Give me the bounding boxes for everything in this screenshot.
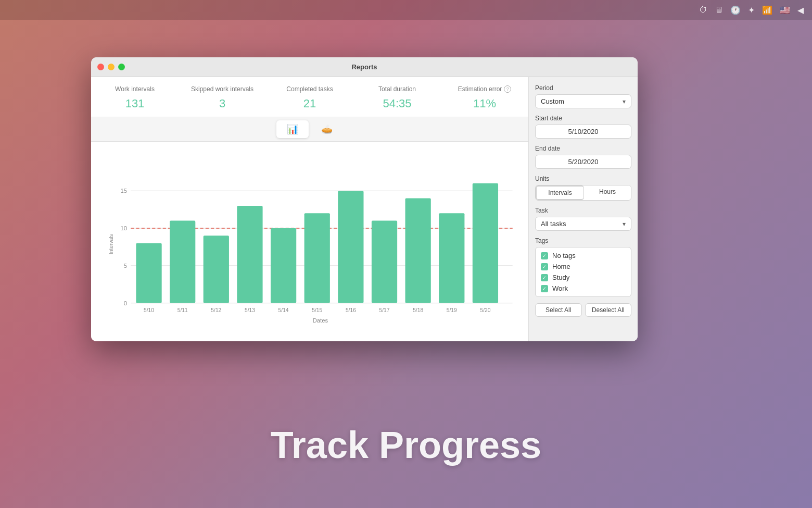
period-label: Period (535, 84, 631, 92)
svg-text:0: 0 (124, 300, 127, 306)
gear-icon[interactable]: ✦ (748, 5, 755, 15)
end-date-label: End date (535, 145, 631, 152)
stat-completed-value: 21 (303, 97, 316, 110)
stat-skipped-label: Skipped work intervals (191, 85, 253, 93)
window-title: Reports (351, 63, 377, 71)
svg-text:Intervals: Intervals (108, 234, 114, 254)
tags-label: Tags (535, 237, 631, 244)
tag-no-tags-checkbox[interactable]: ✓ (541, 252, 548, 259)
stat-error-label: Estimation error ? (458, 85, 512, 93)
svg-text:5/17: 5/17 (379, 307, 390, 313)
tab-bar-chart[interactable]: 📊 (276, 120, 309, 138)
bar-5-20 (473, 183, 498, 303)
tag-no-tags[interactable]: ✓ No tags (541, 252, 626, 259)
units-hours-btn[interactable]: Hours (584, 185, 631, 200)
traffic-lights (97, 64, 125, 70)
period-value: Custom (541, 97, 564, 105)
tag-no-tags-label: No tags (552, 252, 576, 259)
stat-skipped-value: 3 (219, 97, 225, 110)
tag-study-checkbox[interactable]: ✓ (541, 274, 548, 281)
bar-chart: Intervals 0 5 10 15 (107, 147, 518, 331)
tags-section: Tags ✓ No tags ✓ Home ✓ Study (535, 237, 631, 297)
pie-chart-icon: 🥧 (321, 123, 333, 135)
svg-text:Dates: Dates (313, 317, 328, 324)
flag-icon[interactable]: 🇺🇸 (780, 5, 790, 15)
stat-completed-tasks: Completed tasks 21 (266, 85, 353, 110)
svg-text:5/14: 5/14 (278, 307, 289, 313)
svg-text:5/18: 5/18 (413, 307, 423, 313)
info-icon[interactable]: ? (504, 85, 511, 93)
left-panel: Work intervals 131 Skipped work interval… (91, 77, 528, 341)
tag-work-checkbox[interactable]: ✓ (541, 285, 548, 292)
bar-5-16 (338, 191, 363, 303)
tag-work[interactable]: ✓ Work (541, 284, 626, 292)
task-label: Task (535, 207, 631, 214)
stats-row: Work intervals 131 Skipped work interval… (91, 77, 528, 117)
stat-work-intervals: Work intervals 131 (91, 85, 179, 110)
start-date-input[interactable]: 5/10/2020 (535, 125, 631, 139)
end-date-input[interactable]: 5/20/2020 (535, 155, 631, 169)
units-toggle: Intervals Hours (535, 185, 631, 201)
svg-text:5/13: 5/13 (245, 307, 255, 313)
start-date-label: Start date (535, 115, 631, 122)
period-dropdown-arrow: ▾ (623, 98, 626, 105)
chart-area: Intervals 0 5 10 15 (91, 142, 528, 341)
time-machine-icon[interactable]: ⏱ (699, 5, 707, 15)
close-button[interactable] (97, 64, 104, 70)
tag-home[interactable]: ✓ Home (541, 263, 626, 270)
svg-text:5/10: 5/10 (144, 307, 154, 313)
stat-completed-label: Completed tasks (286, 85, 333, 93)
tab-bar: 📊 🥧 (91, 117, 528, 142)
reports-window: Reports Work intervals 131 Skipped work … (91, 57, 638, 341)
content-area: Work intervals 131 Skipped work interval… (91, 77, 638, 341)
tag-home-label: Home (552, 263, 570, 270)
titlebar: Reports (91, 57, 638, 77)
clock-icon[interactable]: 🕐 (730, 5, 741, 15)
bar-chart-icon: 📊 (287, 123, 298, 135)
task-section: Task All tasks ▾ (535, 207, 631, 231)
bar-5-13 (237, 206, 262, 303)
task-select[interactable]: All tasks ▾ (535, 217, 631, 231)
tag-study[interactable]: ✓ Study (541, 274, 626, 281)
units-section: Units Intervals Hours (535, 175, 631, 201)
end-date-section: End date 5/20/2020 (535, 145, 631, 169)
period-select[interactable]: Custom ▾ (535, 94, 631, 108)
svg-text:5/16: 5/16 (346, 307, 356, 313)
bar-5-12 (204, 236, 229, 303)
svg-text:10: 10 (120, 225, 127, 231)
units-intervals-btn[interactable]: Intervals (536, 185, 584, 200)
svg-text:5/12: 5/12 (211, 307, 221, 313)
bar-5-11 (170, 221, 195, 303)
stat-duration-label: Total duration (378, 85, 416, 93)
stat-duration-value: 54:35 (383, 97, 411, 110)
task-dropdown-arrow: ▾ (623, 220, 626, 228)
menubar: ⏱ 🖥 🕐 ✦ 📶 🇺🇸 ◀ (0, 0, 812, 20)
volume-icon[interactable]: ◀ (797, 5, 804, 15)
airplay-icon[interactable]: 🖥 (715, 5, 723, 15)
right-panel: Period Custom ▾ Start date 5/10/2020 End… (528, 77, 638, 341)
bottom-text: Track Progress (0, 424, 812, 466)
stat-skipped-intervals: Skipped work intervals 3 (179, 85, 266, 110)
tab-pie-chart[interactable]: 🥧 (311, 120, 343, 138)
minimize-button[interactable] (108, 64, 115, 70)
bar-5-17 (372, 221, 397, 303)
stat-work-intervals-label: Work intervals (115, 85, 155, 93)
stat-total-duration: Total duration 54:35 (353, 85, 441, 110)
svg-text:5/19: 5/19 (447, 307, 457, 313)
wifi-icon[interactable]: 📶 (762, 5, 772, 15)
svg-text:5/15: 5/15 (312, 307, 322, 313)
bar-5-14 (271, 228, 296, 303)
deselect-all-button[interactable]: Deselect All (585, 303, 632, 317)
tag-home-checkbox[interactable]: ✓ (541, 263, 548, 270)
select-deselect-row: Select All Deselect All (535, 303, 631, 317)
select-all-button[interactable]: Select All (535, 303, 582, 317)
bar-5-10 (136, 243, 161, 303)
tag-work-label: Work (552, 284, 568, 292)
tag-study-label: Study (552, 274, 569, 281)
stat-work-intervals-value: 131 (125, 97, 145, 110)
stat-error-value: 11% (473, 97, 496, 110)
bar-5-18 (405, 199, 431, 303)
maximize-button[interactable] (118, 64, 125, 70)
bar-5-19 (439, 213, 464, 303)
svg-text:15: 15 (120, 188, 127, 194)
